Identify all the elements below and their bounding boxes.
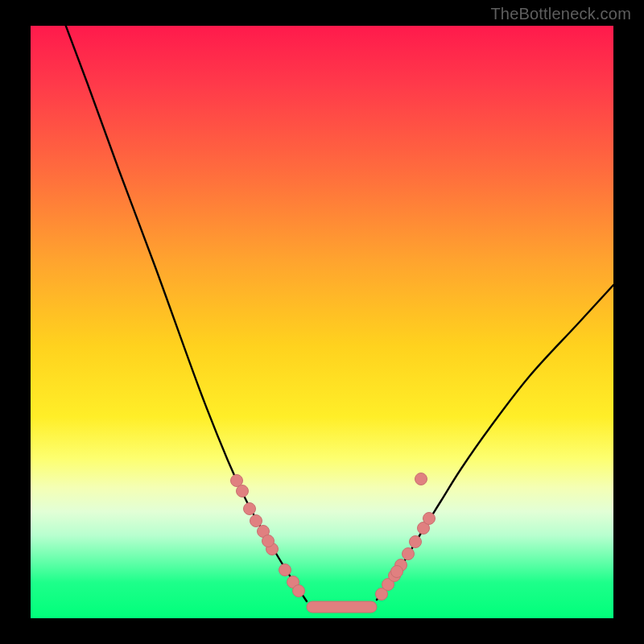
- data-point-right: [423, 513, 436, 525]
- data-point-right: [410, 536, 422, 548]
- plot-area: [31, 26, 613, 618]
- data-point-right: [415, 473, 427, 485]
- optimal-range-band: [307, 601, 377, 613]
- data-point-left: [237, 485, 249, 497]
- data-point-right: [402, 548, 415, 560]
- bottleneck-curve-left: [63, 26, 307, 601]
- chart-frame: TheBottleneck.com: [0, 0, 644, 644]
- curve-layer: [31, 26, 613, 618]
- watermark-text: TheBottleneck.com: [490, 5, 631, 23]
- data-point-right: [391, 566, 403, 578]
- data-point-left: [293, 585, 305, 597]
- data-point-left: [244, 503, 256, 515]
- data-point-left: [279, 564, 291, 576]
- data-point-left: [262, 535, 275, 547]
- data-point-left: [250, 515, 262, 527]
